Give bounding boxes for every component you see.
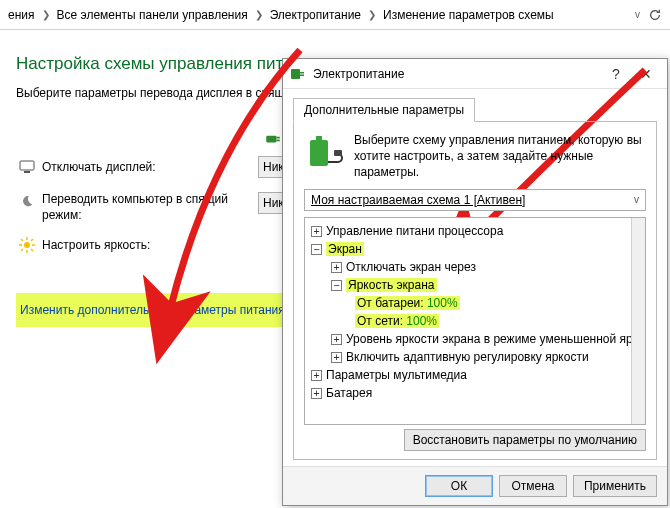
power-scheme-combo[interactable]: Моя настраиваемая схема 1 [Активен] xyxy=(304,189,646,211)
svg-line-10 xyxy=(21,239,23,241)
row-label: Отключать дисплей: xyxy=(38,160,258,174)
svg-rect-2 xyxy=(276,140,279,142)
ok-button[interactable]: ОК xyxy=(425,475,493,497)
dialog-intro-text: Выберите схему управления питанием, кото… xyxy=(354,132,646,181)
moon-icon xyxy=(16,192,38,208)
collapse-icon[interactable]: − xyxy=(331,280,342,291)
tree-node-brightness[interactable]: −Яркость экрана xyxy=(307,276,629,294)
expand-icon[interactable]: + xyxy=(331,352,342,363)
row-label: Настроить яркость: xyxy=(38,238,258,252)
breadcrumb-item[interactable]: Электропитание xyxy=(266,8,365,22)
tree-node-turn-off-after[interactable]: +Отключать экран через xyxy=(307,258,629,276)
svg-line-13 xyxy=(21,249,23,251)
svg-rect-17 xyxy=(310,140,328,166)
tree-node-on-battery[interactable]: От батареи: 100% xyxy=(307,294,629,312)
svg-line-12 xyxy=(31,239,33,241)
breadcrumb-dropdown[interactable]: v xyxy=(631,9,644,20)
expand-icon[interactable]: + xyxy=(311,370,322,381)
scrollbar[interactable] xyxy=(631,218,645,424)
svg-rect-15 xyxy=(300,72,304,74)
apply-button[interactable]: Применить xyxy=(573,475,657,497)
dialog-intro: Выберите схему управления питанием, кото… xyxy=(304,132,646,181)
sun-icon xyxy=(16,237,38,253)
tab-advanced[interactable]: Дополнительные параметры xyxy=(293,98,475,122)
cancel-button[interactable]: Отмена xyxy=(499,475,567,497)
chevron-right-icon: ❯ xyxy=(252,9,266,20)
refresh-button[interactable] xyxy=(644,4,666,26)
breadcrumb-bar: ения ❯ Все элементы панели управления ❯ … xyxy=(0,0,670,30)
battery-plug-icon xyxy=(304,132,346,174)
expand-icon[interactable]: + xyxy=(311,226,322,237)
monitor-icon xyxy=(16,159,38,175)
tree-node-cpu[interactable]: +Управление питани процессора xyxy=(307,222,629,240)
help-button[interactable]: ? xyxy=(601,66,631,82)
chevron-right-icon: ❯ xyxy=(365,9,379,20)
expand-icon[interactable]: + xyxy=(331,262,342,273)
svg-rect-4 xyxy=(24,171,30,173)
settings-tree: +Управление питани процессора −Экран +От… xyxy=(304,217,646,425)
svg-rect-0 xyxy=(266,136,276,143)
svg-line-11 xyxy=(31,249,33,251)
power-scheme-label: Моя настраиваемая схема 1 [Активен] xyxy=(311,193,525,207)
tab-pane: Выберите схему управления питанием, кото… xyxy=(293,121,657,460)
tree-node-multimedia[interactable]: +Параметры мультимедиа xyxy=(307,366,629,384)
breadcrumb-item[interactable]: ения xyxy=(4,8,39,22)
tree-node-adaptive-brightness[interactable]: +Включить адаптивную регулировку яркости xyxy=(307,348,629,366)
collapse-icon[interactable]: − xyxy=(311,244,322,255)
power-icon xyxy=(289,65,307,83)
tree-node-screen[interactable]: −Экран xyxy=(307,240,629,258)
svg-point-5 xyxy=(24,242,30,248)
svg-rect-16 xyxy=(300,74,304,76)
restore-defaults-button[interactable]: Восстановить параметры по умолчанию xyxy=(404,429,646,451)
svg-rect-18 xyxy=(316,136,322,140)
tree-node-battery[interactable]: +Батарея xyxy=(307,384,629,402)
dialog-title: Электропитание xyxy=(313,67,601,81)
svg-rect-19 xyxy=(334,150,342,156)
breadcrumb-item[interactable]: Изменение параметров схемы xyxy=(379,8,558,22)
svg-rect-3 xyxy=(20,161,34,170)
dialog-button-row: ОК Отмена Применить xyxy=(283,466,667,505)
dialog-titlebar: Электропитание ? ✕ xyxy=(283,59,667,89)
tree-node-on-ac[interactable]: От сети: 100% xyxy=(307,312,629,330)
tree-node-dimmed-brightness[interactable]: +Уровень яркости экрана в режиме уменьше… xyxy=(307,330,629,348)
advanced-settings-link[interactable]: Изменить дополнительные параметры питани… xyxy=(20,303,285,317)
svg-rect-1 xyxy=(276,137,279,139)
close-button[interactable]: ✕ xyxy=(631,66,661,82)
expand-icon[interactable]: + xyxy=(311,388,322,399)
power-options-dialog: Электропитание ? ✕ Дополнительные параме… xyxy=(282,58,668,506)
chevron-right-icon: ❯ xyxy=(39,9,53,20)
svg-rect-14 xyxy=(291,69,300,79)
breadcrumb-item[interactable]: Все элементы панели управления xyxy=(53,8,252,22)
row-label: Переводить компьютер в спящий режим: xyxy=(38,192,258,223)
expand-icon[interactable]: + xyxy=(331,334,342,345)
